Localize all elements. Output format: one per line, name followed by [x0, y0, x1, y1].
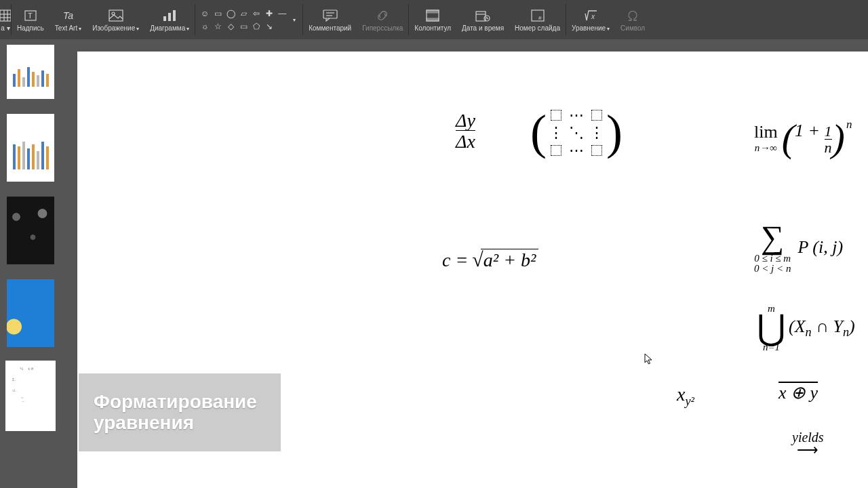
equation-sigma[interactable]: ∑ 0 ≤ i ≤ m 0 < j < n P (i, j): [754, 221, 843, 274]
header-footer-icon: [426, 8, 439, 23]
matrix-placeholder: [591, 145, 602, 156]
limit-exponent: n: [846, 118, 852, 131]
sigma-body: P (i, j): [797, 237, 843, 258]
shapes-grid: ☺ ▭ ◯ ▱ ⇦ ✚ — ☼ ☆ ◇ ▭ ⬠ ↘: [199, 8, 288, 32]
symbol-button: Символ: [615, 0, 650, 39]
equation-fraction[interactable]: Δy Δx: [456, 111, 475, 151]
svg-rect-13: [323, 10, 337, 18]
equation-pythagoras[interactable]: c = √ a² + b²: [442, 248, 538, 271]
right-paren-icon: ): [606, 113, 623, 152]
slide-thumbnail[interactable]: [7, 45, 54, 99]
svg-rect-11: [168, 13, 171, 21]
equation-matrix[interactable]: ( ⋯ ⋮ ⋱ ⋮ ⋯ ): [530, 107, 623, 159]
slide[interactable]: Δy Δx ( ⋯ ⋮ ⋱ ⋮ ⋯ ) lim n→∞: [77, 52, 868, 488]
image-button[interactable]: Изображение▾: [87, 0, 144, 39]
matrix-dots-v: ⋮: [589, 124, 604, 142]
svg-text:x: x: [591, 13, 595, 20]
header-footer-button[interactable]: Колонтитул: [409, 0, 456, 39]
textart-button[interactable]: Ta Text Art▾: [50, 0, 87, 39]
matrix-grid: ⋯ ⋮ ⋱ ⋮ ⋯: [547, 107, 606, 159]
slide-number-button[interactable]: # Номер слайда: [509, 0, 566, 39]
svg-rect-18: [427, 18, 439, 21]
limit-text: lim: [754, 122, 778, 142]
bigcup-icon: ⋃: [757, 314, 786, 342]
equation-limit[interactable]: lim n→∞ ( 1 + 1 n ) n: [754, 121, 852, 155]
limit-body-one: 1 +: [795, 121, 825, 140]
insert-toolbar: а ▾ T Надпись Ta Text Art▾ Изображение▾ …: [0, 0, 868, 39]
shape-arrow-left-icon[interactable]: ⇦: [251, 8, 262, 19]
equation-label: Уравнение▾: [572, 24, 610, 32]
equation-overbar[interactable]: x ⊕ y: [778, 382, 818, 403]
matrix-dots-h: ⋯: [569, 106, 584, 124]
shape-connector-icon[interactable]: ↘: [264, 21, 275, 32]
shape-smiley-icon[interactable]: ☺: [199, 8, 210, 19]
equation-yields[interactable]: yields ⟶: [792, 430, 824, 459]
left-paren-icon: (: [530, 113, 547, 152]
comment-button[interactable]: Комментарий: [303, 0, 357, 39]
limit-frac-den: n: [825, 139, 832, 155]
slide-thumbnail[interactable]: [7, 197, 54, 264]
shape-sun-icon[interactable]: ☼: [199, 21, 210, 32]
sigma-icon: ∑: [761, 221, 784, 253]
shape-pentagon-icon[interactable]: ⬠: [251, 21, 262, 32]
pyth-lhs: c =: [442, 249, 468, 271]
shape-plus-icon[interactable]: ✚: [264, 8, 275, 19]
svg-rect-8: [109, 10, 123, 21]
hyperlink-label: Гиперссылка: [362, 24, 403, 32]
date-time-icon: [475, 8, 490, 23]
slide-thumbnail[interactable]: [7, 279, 54, 347]
arrow-right-icon: ⟶: [797, 441, 818, 459]
shape-ellipse-icon[interactable]: ◯: [225, 8, 236, 19]
symbol-icon: [626, 8, 639, 23]
hyperlink-button: Гиперссылка: [357, 0, 408, 39]
chart-label: Диаграмма▾: [150, 24, 189, 32]
comment-label: Комментарий: [309, 24, 351, 32]
matrix-dots-v: ⋮: [549, 124, 564, 142]
subscript-expr: y²: [685, 394, 694, 408]
svg-text:Ta: Ta: [63, 10, 73, 21]
svg-rect-0: [0, 10, 11, 21]
image-icon: [108, 8, 123, 23]
shape-rect-icon[interactable]: ▭: [212, 8, 223, 19]
slide-canvas-area: Δy Δx ( ⋯ ⋮ ⋱ ⋮ ⋯ ) lim n→∞: [61, 39, 868, 488]
shapes-gallery[interactable]: ☺ ▭ ◯ ▱ ⇦ ✚ — ☼ ☆ ◇ ▭ ⬠ ↘ ▾: [195, 0, 302, 39]
date-time-button[interactable]: Дата и время: [456, 0, 509, 39]
slide-thumbnail-selected[interactable]: ½ ±·θ Σ.. ∪.. ⎯ →: [7, 362, 54, 430]
matrix-dots-d: ⋱: [569, 124, 584, 142]
limit-frac-num: 1: [825, 124, 832, 139]
shape-star-icon[interactable]: ☆: [212, 21, 223, 32]
limit-subscript: n→∞: [755, 142, 777, 154]
chart-button[interactable]: Диаграмма▾: [144, 0, 195, 39]
svg-text:#: #: [538, 15, 542, 21]
matrix-placeholder: [551, 110, 561, 121]
textart-label: Text Art▾: [55, 24, 81, 32]
textbox-icon: T: [24, 8, 37, 23]
sigma-sub1: 0 ≤ i ≤ m: [754, 253, 791, 264]
toolbar-cutoff-left[interactable]: а ▾: [0, 0, 11, 39]
shape-parallelogram-icon[interactable]: ▱: [238, 8, 249, 19]
equation-button[interactable]: x Уравнение▾: [566, 0, 615, 39]
shapes-more-button[interactable]: ▾: [290, 17, 298, 23]
equation-union[interactable]: m ⋃ n=1 (Xn ∩ Yn): [757, 304, 855, 352]
sqrt-body: a² + b²: [481, 249, 539, 271]
svg-text:T: T: [28, 12, 33, 20]
shape-diamond-icon[interactable]: ◇: [225, 21, 236, 32]
date-time-label: Дата и время: [462, 24, 504, 32]
equation-subscript[interactable]: xy²: [677, 384, 694, 409]
sigma-sub2: 0 < j < n: [754, 264, 791, 274]
header-footer-label: Колонтитул: [414, 24, 451, 32]
svg-point-9: [112, 12, 115, 15]
shape-line-icon[interactable]: —: [277, 8, 288, 19]
toolbar-cutoff-label: а ▾: [1, 24, 9, 32]
matrix-placeholder: [551, 145, 561, 156]
toast-text: Форматирование уравнения: [94, 392, 266, 434]
hyperlink-icon: [375, 8, 390, 23]
fraction-denominator: Δx: [456, 130, 475, 151]
slide-thumbnail[interactable]: [7, 114, 54, 182]
textbox-button[interactable]: T Надпись: [12, 0, 50, 39]
slide-number-icon: #: [531, 8, 545, 23]
left-paren-icon: (: [782, 121, 795, 155]
table-icon: [0, 8, 12, 23]
hint-toast: Форматирование уравнения: [79, 373, 281, 451]
shape-callout-icon[interactable]: ▭: [238, 21, 249, 32]
